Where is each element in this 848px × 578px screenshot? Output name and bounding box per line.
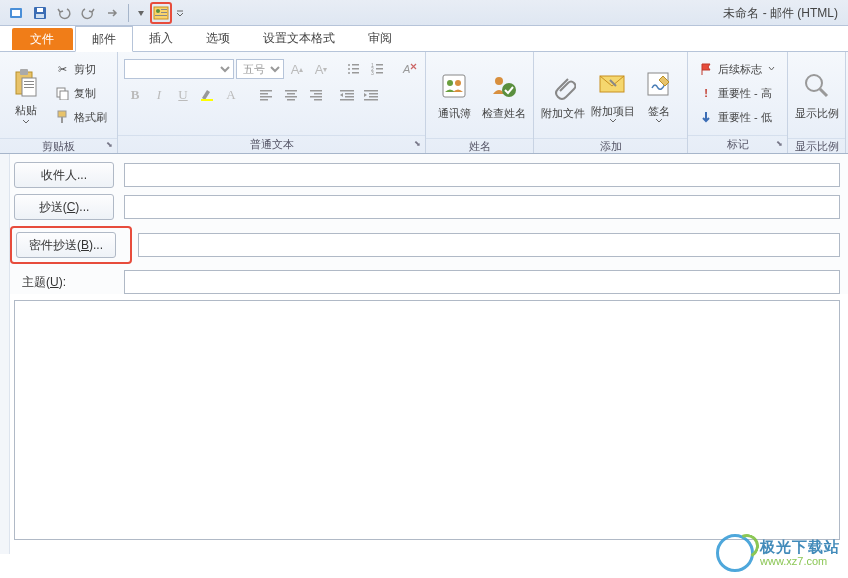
underline-button[interactable]: U (172, 84, 194, 106)
check-names-button[interactable]: 检查姓名 (479, 56, 529, 134)
tab-file[interactable]: 文件 (12, 28, 73, 50)
tab-review[interactable]: 审阅 (352, 26, 409, 51)
watermark-logo: 极光下载站 www.xz7.com (716, 534, 840, 572)
clear-formatting-button[interactable]: A (398, 58, 420, 80)
qat-redo-icon[interactable] (77, 2, 99, 24)
svg-text:A: A (402, 63, 410, 75)
format-painter-button[interactable]: 格式刷 (50, 106, 111, 128)
svg-rect-3 (37, 8, 43, 12)
scissors-icon: ✂ (54, 61, 70, 77)
tags-launcher[interactable]: ⬊ (773, 139, 785, 151)
svg-rect-51 (369, 93, 378, 95)
svg-point-55 (447, 80, 453, 86)
qat-next-icon[interactable] (101, 2, 123, 24)
importance-high-button[interactable]: !重要性 - 高 (694, 82, 781, 104)
attach-file-button[interactable]: 附加文件 (538, 56, 588, 134)
signature-button[interactable]: 签名 (638, 56, 680, 134)
svg-rect-40 (285, 96, 297, 98)
address-book-button[interactable]: 通讯簿 (430, 56, 479, 134)
svg-point-24 (348, 72, 350, 74)
grow-font-button[interactable]: A▴ (286, 58, 308, 80)
svg-rect-34 (260, 90, 272, 92)
flag-icon (698, 61, 714, 77)
align-left-button[interactable] (256, 84, 278, 106)
align-right-button[interactable] (304, 84, 326, 106)
window-title: 未命名 - 邮件 (HTML) (723, 5, 838, 22)
copy-icon (54, 85, 70, 101)
paste-label: 粘贴 (15, 103, 37, 118)
cut-button[interactable]: ✂剪切 (50, 58, 111, 80)
bcc-input[interactable] (138, 233, 840, 257)
svg-rect-8 (161, 12, 167, 13)
font-size-select[interactable]: 五号 (236, 59, 284, 79)
tab-format[interactable]: 设置文本格式 (247, 26, 352, 51)
svg-rect-9 (155, 15, 167, 16)
text-highlight-button[interactable] (196, 84, 218, 106)
tab-mail[interactable]: 邮件 (75, 26, 133, 52)
to-button[interactable]: 收件人... (14, 162, 114, 188)
left-gutter (0, 154, 10, 554)
address-book-icon (438, 70, 470, 102)
tab-insert[interactable]: 插入 (133, 26, 190, 51)
svg-rect-41 (287, 99, 295, 101)
to-input[interactable] (124, 163, 840, 187)
increase-indent-button[interactable] (360, 84, 382, 106)
qat-customize-dropdown[interactable] (174, 2, 186, 24)
group-zoom: 显示比例 显示比例 (788, 52, 846, 153)
svg-rect-50 (364, 90, 378, 92)
address-book-label: 通讯簿 (438, 106, 471, 121)
watermark-en: www.xz7.com (760, 555, 840, 567)
svg-rect-14 (24, 84, 34, 85)
svg-rect-13 (24, 81, 34, 82)
italic-button[interactable]: I (148, 84, 170, 106)
qat-bcc-toggle-icon[interactable] (150, 2, 172, 24)
bullets-button[interactable] (342, 58, 364, 80)
importance-high-icon: ! (698, 85, 714, 101)
follow-up-button[interactable]: 后续标志 (694, 58, 781, 80)
paste-button[interactable]: 粘贴 (4, 56, 48, 134)
signature-label: 签名 (648, 104, 670, 119)
svg-rect-53 (364, 99, 378, 101)
zoom-button[interactable]: 显示比例 (792, 56, 841, 134)
font-launcher[interactable]: ⬊ (411, 139, 423, 151)
font-family-select[interactable] (124, 59, 234, 79)
bold-button[interactable]: B (124, 84, 146, 106)
attach-file-label: 附加文件 (541, 106, 585, 121)
align-center-button[interactable] (280, 84, 302, 106)
message-body[interactable] (14, 300, 840, 540)
group-basic-text-label: 普通文本⬊ (118, 135, 425, 153)
qat-outlook-icon[interactable] (5, 2, 27, 24)
shrink-font-button[interactable]: A▾ (310, 58, 332, 80)
ribbon-tabs: 文件 邮件 插入 选项 设置文本格式 审阅 (0, 26, 848, 52)
font-color-button[interactable]: A (220, 84, 242, 106)
ribbon: 粘贴 ✂剪切 复制 格式刷 剪贴板⬊ 五号 A▴ A▾ 123 A (0, 52, 848, 154)
clipboard-launcher[interactable]: ⬊ (103, 140, 115, 152)
cc-button[interactable]: 抄送(C)... (14, 194, 114, 220)
watermark-icon (716, 534, 754, 572)
svg-point-20 (348, 64, 350, 66)
attach-item-button[interactable]: 附加项目 (588, 56, 638, 134)
importance-low-button[interactable]: 重要性 - 低 (694, 106, 781, 128)
numbering-button[interactable]: 123 (366, 58, 388, 80)
qat-prev-icon[interactable] (134, 2, 148, 24)
qat-undo-icon[interactable] (53, 2, 75, 24)
tab-options[interactable]: 选项 (190, 26, 247, 51)
decrease-indent-button[interactable] (336, 84, 358, 106)
bcc-button[interactable]: 密件抄送(B)... (16, 232, 116, 258)
svg-text:3: 3 (371, 70, 374, 76)
svg-rect-49 (340, 99, 354, 101)
svg-point-57 (495, 77, 503, 85)
svg-point-61 (806, 75, 822, 91)
copy-button[interactable]: 复制 (50, 82, 111, 104)
svg-rect-1 (12, 10, 20, 16)
svg-rect-29 (376, 68, 383, 70)
svg-rect-25 (352, 72, 359, 74)
subject-input[interactable] (124, 270, 840, 294)
svg-rect-19 (61, 117, 63, 123)
cc-input[interactable] (124, 195, 840, 219)
svg-rect-46 (340, 90, 354, 92)
svg-rect-27 (376, 64, 383, 66)
svg-rect-54 (443, 75, 465, 97)
qat-save-icon[interactable] (29, 2, 51, 24)
zoom-label: 显示比例 (795, 106, 839, 121)
